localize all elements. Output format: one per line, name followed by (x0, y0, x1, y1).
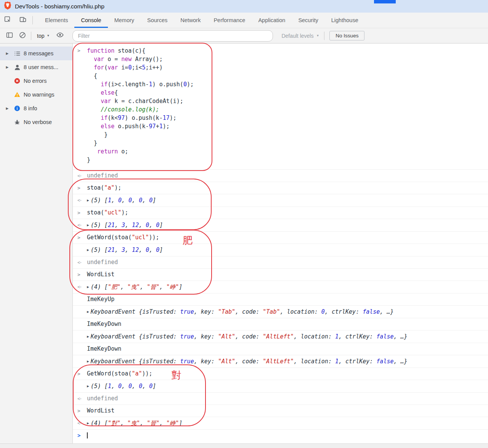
expand-triangle-icon[interactable]: ▶ (87, 283, 89, 291)
console-sidebar-icon (6, 32, 13, 40)
tab-lighthouse[interactable]: Lighthouse (325, 13, 365, 28)
token: undefined (87, 395, 118, 402)
token: , (132, 383, 139, 390)
message-text: WordList (87, 271, 485, 279)
token (87, 106, 101, 113)
command-chevron-icon: > (77, 407, 80, 415)
token: 0 (139, 197, 142, 204)
message-text (87, 432, 485, 440)
token: else (101, 123, 114, 130)
log-levels-dropdown[interactable]: Default levels ▼ (278, 33, 322, 39)
token: for (94, 64, 104, 71)
expand-triangle-icon[interactable]: ▶ (87, 419, 89, 427)
token: false (376, 358, 393, 365)
token: 0 (321, 308, 325, 315)
token: GetWord(stoa( (87, 370, 132, 377)
token: , (120, 284, 127, 290)
divider (324, 32, 324, 40)
text-cursor (87, 432, 88, 438)
bottom-bar (0, 443, 488, 448)
sidebar-item-8-messages[interactable]: ▶8 messages (0, 47, 72, 60)
token: 0 (128, 383, 132, 390)
token (87, 64, 94, 71)
token: 5 (142, 64, 146, 71)
token: , (159, 284, 166, 290)
console-prompt[interactable]: > (73, 430, 488, 442)
token: } (87, 156, 90, 163)
message-text: ImeKeyDown (87, 320, 485, 328)
expand-triangle-icon[interactable]: ▶ (87, 196, 89, 204)
sidebar-item-no-warnings[interactable]: No warnings (0, 88, 72, 102)
console-result-array: <·▶(5) [1, 0, 0, 0, 0] (73, 194, 488, 207)
expand-triangle-icon[interactable]: ▶ (87, 332, 89, 340)
collapse-arrow-icon[interactable]: ▶ (4, 106, 11, 110)
brave-logo-icon (4, 1, 11, 11)
token: Array(); (132, 56, 162, 63)
tab-application[interactable]: Application (252, 13, 292, 28)
token: (5) [ (91, 383, 108, 390)
token: 12 (132, 247, 139, 253)
console-toolbar: top ▼ Default levels ▼ No Issues (0, 28, 488, 44)
sidebar-item-8-info[interactable]: ▶8 info (0, 102, 72, 115)
collapse-arrow-icon[interactable]: ▶ (4, 52, 11, 55)
expand-triangle-icon[interactable]: ▶ (87, 221, 89, 229)
token: ] (159, 247, 163, 253)
code-line: if(k<97) o.push(k-17); (87, 114, 485, 122)
filter-input[interactable] (72, 30, 273, 42)
sidebar-item-no-errors[interactable]: No errors (0, 74, 72, 88)
tab-performance[interactable]: Performance (207, 13, 252, 28)
result-arrow-icon: <· (77, 395, 81, 403)
token: if (101, 81, 108, 88)
token: , (142, 197, 149, 204)
token: 12 (132, 222, 139, 229)
sidebar-item-no-verbose[interactable]: No verbose (0, 115, 72, 129)
result-arrow-icon: <· (77, 419, 81, 427)
tab-security[interactable]: Security (292, 13, 324, 28)
token: ;i< (132, 64, 142, 71)
token: 0 (146, 247, 149, 253)
token: ); (121, 209, 128, 216)
console-sidebar-toggle-button[interactable] (3, 30, 16, 42)
token: (4) [ (91, 284, 108, 290)
token (87, 98, 101, 105)
context-label: top (37, 33, 44, 39)
sidebar-item-label: No verbose (24, 119, 52, 125)
divider (31, 32, 31, 40)
sidebar-item-label: 8 messages (24, 50, 53, 56)
inspect-element-button[interactable] (0, 13, 15, 28)
token: 3 (122, 222, 125, 229)
tab-network[interactable]: Network (174, 13, 207, 28)
token: 97 (118, 114, 125, 121)
create-live-expression-button[interactable] (53, 30, 66, 42)
token: , location: (280, 308, 321, 315)
expand-triangle-icon[interactable]: ▶ (87, 357, 89, 365)
tab-sources[interactable]: Sources (141, 13, 174, 28)
collapse-arrow-icon[interactable]: ▶ (4, 65, 11, 69)
code-line: return o; (87, 147, 485, 156)
sidebar-item-label: 8 info (24, 105, 37, 111)
tab-console[interactable]: Console (74, 13, 108, 28)
expand-triangle-icon[interactable]: ▶ (87, 382, 89, 390)
console-command-getword-a: >GetWord(stoa("a")); (73, 368, 488, 380)
tab-memory[interactable]: Memory (108, 13, 141, 28)
code-line: } (87, 139, 485, 147)
token: ImeKeyDown (87, 345, 121, 352)
no-issues-button[interactable]: No Issues (329, 31, 364, 40)
tab-elements[interactable]: Elements (39, 13, 74, 28)
divider (32, 16, 33, 24)
command-chevron-icon: > (77, 271, 80, 279)
message-text: undefined (87, 395, 485, 403)
sidebar-item-8-user-mess[interactable]: ▶8 user mess... (0, 60, 72, 74)
verbose-icon (13, 118, 21, 126)
expand-triangle-icon[interactable]: ▶ (87, 308, 89, 316)
message-text: undefined (87, 172, 485, 180)
message-text: function stoa(c){ var o = new Array(); f… (87, 47, 485, 164)
clear-console-button[interactable] (16, 30, 29, 42)
device-toolbar-button[interactable] (15, 13, 30, 28)
token: , location: (294, 333, 335, 340)
message-text: undefined (87, 258, 485, 266)
javascript-context-selector[interactable]: top ▼ (33, 33, 53, 39)
expand-triangle-icon[interactable]: ▶ (87, 246, 89, 254)
console-result-wordlist: <·▶(4) ["對", "曳", "晉", "峥"] (73, 417, 488, 430)
token: 1 (149, 81, 152, 88)
